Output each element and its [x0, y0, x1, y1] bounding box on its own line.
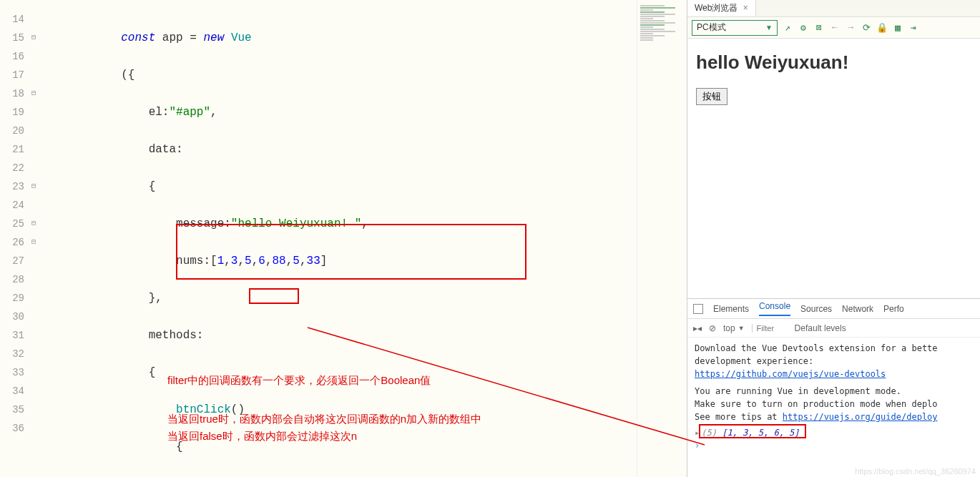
grid-icon[interactable]: ▦	[892, 22, 903, 34]
page-button[interactable]: 按钮	[696, 88, 727, 105]
watermark: https://blog.csdn.net/qq_36260974	[855, 467, 976, 476]
chevron-down-icon: ▼	[738, 325, 745, 332]
browser-pane: Web浏览器 × PC模式▼ ↗ ⚙ ⊠ ← → ⟳ 🔒 ▦ ⇥ hello W…	[687, 0, 980, 477]
minimap[interactable]	[637, 0, 687, 477]
console-log[interactable]: Download the Vue Devtools extension for …	[687, 338, 980, 477]
devtools: Elements Console Sources Network Perfo ▸…	[687, 298, 980, 477]
filter-input[interactable]	[752, 324, 788, 333]
browser-toolbar: PC模式▼ ↗ ⚙ ⊠ ← → ⟳ 🔒 ▦ ⇥	[687, 17, 980, 39]
line-gutter: 1415161718192021222324252627282930313233…	[0, 0, 29, 477]
collapse-icon[interactable]: ⇥	[908, 22, 919, 34]
chevron-down-icon: ▼	[765, 24, 773, 31]
tab-performance[interactable]: Perfo	[883, 304, 904, 314]
annotation-line-2: 当返回true时，函数内部会自动将这次回调函数的n加入新的数组中	[167, 410, 481, 428]
console-prompt[interactable]: ›	[695, 441, 700, 451]
page-heading: hello Weiyuxuan!	[696, 51, 971, 74]
devtools-link[interactable]: https://github.com/vuejs/vue-devtools	[695, 369, 886, 379]
lock-icon[interactable]: 🔒	[876, 22, 888, 34]
devtools-toolbar: ▸◂ ⊘ top ▼ Default levels	[687, 319, 980, 338]
back-icon[interactable]: ←	[829, 22, 841, 34]
tab-network[interactable]: Network	[842, 304, 873, 314]
clear-icon[interactable]: ⊘	[709, 323, 716, 333]
expand-icon[interactable]: ▸	[695, 428, 700, 438]
annotation-line-3: 当返回false时，函数内部会过滤掉这次n	[167, 428, 357, 445]
refresh-icon[interactable]: ⟳	[861, 22, 872, 34]
browser-tab[interactable]: Web浏览器 ×	[687, 0, 756, 16]
browser-tab-row: Web浏览器 ×	[687, 0, 980, 17]
play-icon[interactable]: ▸◂	[693, 323, 702, 333]
page-viewport: hello Weiyuxuan! 按钮	[687, 39, 980, 298]
tab-elements[interactable]: Elements	[713, 304, 749, 314]
guide-link[interactable]: https://vuejs.org/guide/deploy	[783, 412, 938, 422]
devtools-tabs: Elements Console Sources Network Perfo	[687, 299, 980, 319]
code-area[interactable]: 1415161718192021222324252627282930313233…	[0, 0, 687, 477]
editor-pane: demo.html 141516171819202122232425262728…	[0, 0, 687, 477]
fold-column: ⊟⊟⊟⊟⊟	[29, 0, 39, 477]
levels-select[interactable]: Default levels	[795, 323, 846, 333]
annotation-line-1: filter中的回调函数有一个要求，必须返回一个Boolean值	[167, 372, 431, 389]
tab-console[interactable]: Console	[759, 301, 790, 316]
mode-select[interactable]: PC模式▼	[692, 20, 778, 36]
scope-select[interactable]: top ▼	[723, 323, 745, 333]
close-icon[interactable]: ×	[743, 3, 748, 13]
open-icon[interactable]: ↗	[782, 22, 793, 34]
gear-icon[interactable]: ⚙	[798, 22, 809, 34]
code-content[interactable]: const app = new Vue ({ el:"#app", data: …	[39, 0, 637, 477]
inspect-icon[interactable]	[693, 304, 703, 314]
tab-sources[interactable]: Sources	[800, 304, 832, 314]
forward-icon[interactable]: →	[845, 22, 856, 34]
message-icon[interactable]: ⊠	[813, 22, 825, 34]
